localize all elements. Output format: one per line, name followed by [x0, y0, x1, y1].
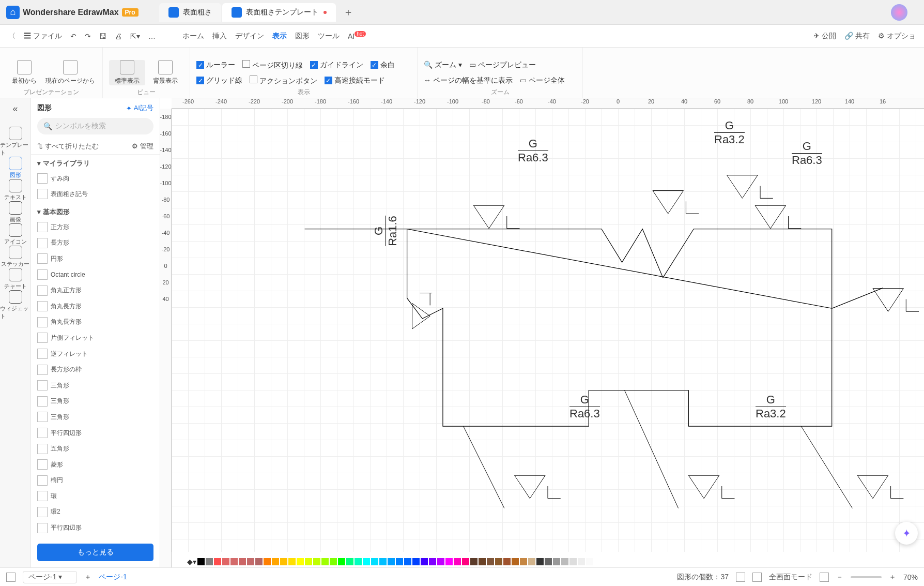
shape-item[interactable]: 平行四辺形 [35, 426, 96, 441]
chk-ruler[interactable]: ✓ ルーラー [196, 61, 235, 70]
page-link[interactable]: ページ-1 [99, 573, 127, 582]
zoom-slider[interactable] [851, 576, 882, 578]
color-swatch[interactable] [561, 558, 568, 565]
color-swatch[interactable] [239, 558, 246, 565]
horizontal-ruler[interactable]: -260-240-220-200-180-160-140-120-100-80-… [172, 98, 924, 109]
fullscreen-button[interactable]: 全画面モード [769, 573, 812, 582]
menu-tool[interactable]: ツール [318, 32, 340, 41]
shape-item[interactable]: 菱形 [35, 457, 96, 472]
color-swatch[interactable] [520, 558, 527, 565]
color-swatch[interactable] [495, 558, 502, 565]
color-swatch[interactable] [503, 558, 511, 565]
shape-item[interactable]: 長方形の枠 [35, 362, 96, 377]
add-tab-button[interactable]: ＋ [343, 5, 353, 19]
roughness-annotation[interactable]: GRa3.2 [756, 393, 786, 420]
color-swatch[interactable] [330, 558, 337, 565]
color-swatch[interactable] [594, 558, 602, 565]
more-button[interactable]: … [148, 32, 156, 40]
vertical-ruler[interactable]: -180-160-140-120-100-80-60-40-2002040 [160, 109, 172, 567]
tab-surface-roughness[interactable]: 表面粗さ [159, 3, 221, 22]
fit-width-button[interactable]: ↔ ページの幅を基準に表示 [424, 76, 513, 85]
page-preview-button[interactable]: ▭ ページプレビュー [469, 61, 536, 70]
whole-page-button[interactable]: ▭ ページ全体 [520, 76, 565, 85]
print-button[interactable]: 🖨 [115, 32, 122, 40]
rail-item-5[interactable]: ステッカー [0, 246, 30, 268]
back-button[interactable]: 〈 [8, 32, 16, 41]
color-swatch[interactable] [528, 558, 535, 565]
save-button[interactable]: 🖫 [99, 32, 106, 40]
roughness-annotation[interactable]: GRa1.6 [372, 216, 399, 246]
color-swatch[interactable] [487, 558, 494, 565]
color-swatch[interactable] [437, 558, 444, 565]
shape-item[interactable]: 環2 [35, 505, 96, 520]
share-button[interactable]: 🔗 共有 [844, 32, 870, 41]
shape-item[interactable]: 平行四辺形 [35, 520, 96, 535]
page-selector[interactable]: ページ-1 ▾ [23, 571, 77, 583]
color-swatch[interactable] [272, 558, 279, 565]
shape-item[interactable]: 五角形 [35, 441, 96, 456]
shape-item[interactable]: 長方形 [35, 236, 96, 251]
menu-insert[interactable]: 挿入 [212, 32, 227, 41]
collapse-all-button[interactable]: ⇅ すべて折りたたむ [37, 142, 99, 151]
chk-action-button[interactable]: アクションボタン [250, 76, 317, 86]
color-swatch[interactable] [247, 558, 254, 565]
color-swatch[interactable] [255, 558, 263, 565]
rail-item-7[interactable]: ウィジェット [0, 290, 30, 320]
manage-button[interactable]: ⚙ 管理 [132, 142, 153, 151]
present-from-current[interactable]: 現在のページから [44, 60, 96, 85]
color-swatch[interactable] [297, 558, 304, 565]
fill-icon[interactable]: ◆▾ [187, 558, 196, 566]
color-swatch[interactable] [346, 558, 353, 565]
redo-button[interactable]: ↷ [85, 32, 91, 40]
menu-design[interactable]: デザイン [235, 32, 264, 41]
shape-item[interactable]: 三角形 [35, 394, 96, 409]
menu-file[interactable]: ☰ ファイル [24, 32, 62, 41]
section-my-library[interactable]: ▾ マイライブラリ [31, 155, 160, 169]
ai-symbol-button[interactable]: ✦ AI記号 [126, 103, 153, 113]
menu-shape[interactable]: 図形 [295, 32, 310, 41]
rail-item-2[interactable]: テキスト [0, 179, 30, 201]
color-palette[interactable]: ◆▾ [172, 556, 924, 567]
color-swatch[interactable] [429, 558, 436, 565]
shape-item[interactable]: 逆フィレット [35, 347, 96, 362]
color-swatch[interactable] [404, 558, 411, 565]
color-swatch[interactable] [569, 558, 577, 565]
zoom-in-button[interactable]: ＋ [889, 573, 896, 582]
section-basic-shapes[interactable]: ▾ 基本図形 [31, 203, 160, 218]
roughness-annotation[interactable]: GRa6.3 [518, 137, 548, 164]
color-swatch[interactable] [222, 558, 229, 565]
shape-item[interactable]: 三角形 [35, 378, 96, 393]
color-swatch[interactable] [578, 558, 585, 565]
color-swatch[interactable] [470, 558, 478, 565]
color-swatch[interactable] [445, 558, 453, 565]
color-swatch[interactable] [396, 558, 403, 565]
chk-margin[interactable]: ✓ 余白 [371, 61, 395, 70]
roughness-annotation[interactable]: GRa6.3 [792, 140, 822, 167]
color-swatch[interactable] [412, 558, 420, 565]
user-avatar[interactable] [891, 4, 907, 21]
color-swatch[interactable] [421, 558, 428, 565]
shape-item[interactable]: 環 [35, 489, 96, 504]
background-view[interactable]: 背景表示 [147, 60, 183, 85]
shape-item[interactable]: 表面粗さ記号 [35, 187, 96, 201]
color-swatch[interactable] [586, 558, 593, 565]
rail-item-3[interactable]: 画像 [0, 201, 30, 223]
shape-item[interactable]: 片側フィレット [35, 330, 96, 345]
roughness-annotation[interactable]: GRa6.3 [569, 393, 600, 420]
color-swatch[interactable] [545, 558, 552, 565]
color-swatch[interactable] [379, 558, 387, 565]
undo-button[interactable]: ↶ [70, 32, 76, 40]
color-swatch[interactable] [197, 558, 205, 565]
color-swatch[interactable] [214, 558, 221, 565]
shape-item[interactable]: すみ肉 [35, 171, 96, 186]
chk-gridline[interactable]: ✓ グリッド線 [196, 76, 242, 85]
chk-guideline[interactable]: ✓ ガイドライン [310, 61, 363, 70]
color-swatch[interactable] [338, 558, 345, 565]
color-swatch[interactable] [355, 558, 362, 565]
fit-icon[interactable] [752, 573, 762, 582]
shape-item[interactable]: 正方形 [35, 220, 96, 235]
color-swatch[interactable] [206, 558, 213, 565]
color-swatch[interactable] [363, 558, 370, 565]
shape-item[interactable]: 角丸正方形 [35, 283, 96, 298]
zoom-out-button[interactable]: － [836, 573, 843, 582]
